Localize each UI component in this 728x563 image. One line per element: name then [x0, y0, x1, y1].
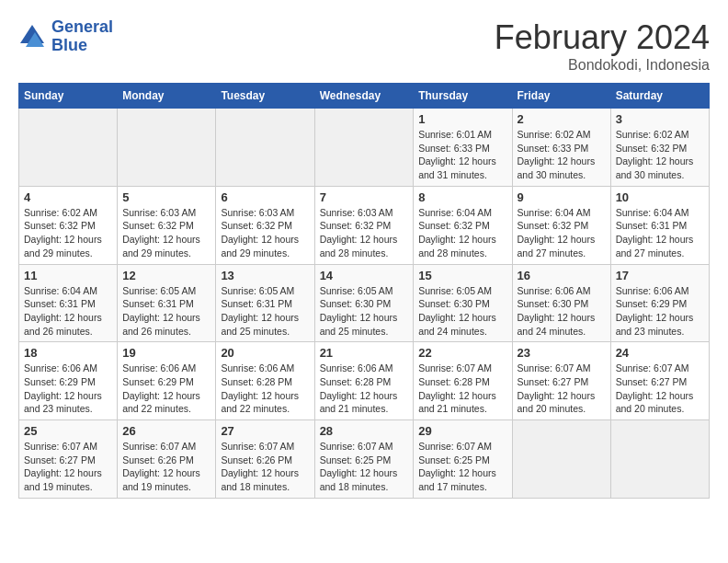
calendar-cell: 14Sunrise: 6:05 AM Sunset: 6:30 PM Dayli…: [314, 264, 414, 342]
day-info: Sunrise: 6:04 AM Sunset: 6:31 PM Dayligh…: [616, 206, 704, 260]
calendar-cell: 21Sunrise: 6:06 AM Sunset: 6:28 PM Dayli…: [314, 342, 414, 420]
calendar-cell: 20Sunrise: 6:06 AM Sunset: 6:28 PM Dayli…: [216, 342, 314, 420]
logo-icon: [18, 23, 46, 51]
calendar-cell: 27Sunrise: 6:07 AM Sunset: 6:26 PM Dayli…: [216, 420, 314, 499]
calendar-week-row: 18Sunrise: 6:06 AM Sunset: 6:29 PM Dayli…: [19, 342, 710, 420]
calendar-cell: 25Sunrise: 6:07 AM Sunset: 6:27 PM Dayli…: [19, 420, 118, 499]
day-info: Sunrise: 6:06 AM Sunset: 6:28 PM Dayligh…: [320, 362, 409, 416]
day-number: 23: [518, 346, 606, 360]
day-number: 14: [320, 269, 409, 282]
day-number: 7: [320, 190, 409, 204]
page-header: General Blue February 2024 Bondokodi, In…: [18, 18, 710, 74]
weekday-header-row: SundayMondayTuesdayWednesdayThursdayFrid…: [19, 84, 710, 109]
day-number: 15: [418, 269, 506, 282]
day-number: 4: [24, 190, 112, 204]
day-info: Sunrise: 6:04 AM Sunset: 6:32 PM Dayligh…: [518, 206, 606, 260]
logo: General Blue: [18, 18, 113, 55]
day-info: Sunrise: 6:07 AM Sunset: 6:25 PM Dayligh…: [320, 440, 409, 494]
calendar-cell: 24Sunrise: 6:07 AM Sunset: 6:27 PM Dayli…: [610, 342, 709, 420]
day-number: 13: [221, 269, 309, 282]
calendar-cell: 19Sunrise: 6:06 AM Sunset: 6:29 PM Dayli…: [118, 342, 216, 420]
day-number: 27: [221, 424, 309, 438]
weekday-header: Monday: [118, 84, 216, 109]
day-info: Sunrise: 6:05 AM Sunset: 6:30 PM Dayligh…: [418, 284, 506, 339]
calendar-week-row: 1Sunrise: 6:01 AM Sunset: 6:33 PM Daylig…: [19, 109, 710, 187]
day-info: Sunrise: 6:05 AM Sunset: 6:30 PM Dayligh…: [320, 284, 409, 339]
calendar-cell: 5Sunrise: 6:03 AM Sunset: 6:32 PM Daylig…: [118, 186, 216, 264]
day-number: 6: [221, 190, 309, 204]
day-info: Sunrise: 6:01 AM Sunset: 6:33 PM Dayligh…: [418, 128, 506, 182]
calendar-cell: 3Sunrise: 6:02 AM Sunset: 6:32 PM Daylig…: [610, 109, 709, 187]
calendar-cell: [19, 109, 118, 187]
weekday-header: Wednesday: [314, 84, 414, 109]
title-block: February 2024 Bondokodi, Indonesia: [495, 18, 710, 74]
day-info: Sunrise: 6:03 AM Sunset: 6:32 PM Dayligh…: [122, 206, 210, 260]
calendar-cell: [118, 109, 216, 187]
day-info: Sunrise: 6:03 AM Sunset: 6:32 PM Dayligh…: [320, 206, 409, 260]
day-info: Sunrise: 6:07 AM Sunset: 6:27 PM Dayligh…: [518, 362, 606, 416]
day-number: 25: [24, 424, 112, 438]
calendar-cell: 1Sunrise: 6:01 AM Sunset: 6:33 PM Daylig…: [414, 109, 512, 187]
calendar-cell: 13Sunrise: 6:05 AM Sunset: 6:31 PM Dayli…: [216, 264, 314, 342]
day-info: Sunrise: 6:07 AM Sunset: 6:27 PM Dayligh…: [24, 440, 112, 494]
calendar-cell: 7Sunrise: 6:03 AM Sunset: 6:32 PM Daylig…: [314, 186, 414, 264]
weekday-header: Tuesday: [216, 84, 314, 109]
day-number: 20: [221, 346, 309, 360]
day-number: 8: [418, 190, 506, 204]
day-info: Sunrise: 6:06 AM Sunset: 6:28 PM Dayligh…: [221, 362, 309, 416]
calendar-cell: 4Sunrise: 6:02 AM Sunset: 6:32 PM Daylig…: [19, 186, 118, 264]
calendar-cell: 10Sunrise: 6:04 AM Sunset: 6:31 PM Dayli…: [610, 186, 709, 264]
day-info: Sunrise: 6:02 AM Sunset: 6:32 PM Dayligh…: [616, 128, 704, 182]
calendar-cell: 11Sunrise: 6:04 AM Sunset: 6:31 PM Dayli…: [19, 264, 118, 342]
calendar-week-row: 11Sunrise: 6:04 AM Sunset: 6:31 PM Dayli…: [19, 264, 710, 342]
day-info: Sunrise: 6:07 AM Sunset: 6:26 PM Dayligh…: [122, 440, 210, 494]
day-info: Sunrise: 6:04 AM Sunset: 6:32 PM Dayligh…: [418, 206, 506, 260]
calendar-cell: 18Sunrise: 6:06 AM Sunset: 6:29 PM Dayli…: [19, 342, 118, 420]
calendar-cell: 29Sunrise: 6:07 AM Sunset: 6:25 PM Dayli…: [414, 420, 512, 499]
day-info: Sunrise: 6:06 AM Sunset: 6:29 PM Dayligh…: [24, 362, 112, 416]
day-number: 12: [122, 269, 210, 282]
day-number: 10: [616, 190, 704, 204]
day-info: Sunrise: 6:02 AM Sunset: 6:32 PM Dayligh…: [24, 206, 112, 260]
calendar-cell: 12Sunrise: 6:05 AM Sunset: 6:31 PM Dayli…: [118, 264, 216, 342]
calendar-cell: 9Sunrise: 6:04 AM Sunset: 6:32 PM Daylig…: [512, 186, 610, 264]
day-number: 11: [24, 269, 112, 282]
weekday-header: Friday: [512, 84, 610, 109]
day-info: Sunrise: 6:07 AM Sunset: 6:27 PM Dayligh…: [616, 362, 704, 416]
logo-text: General Blue: [51, 18, 113, 55]
calendar-cell: 26Sunrise: 6:07 AM Sunset: 6:26 PM Dayli…: [118, 420, 216, 499]
day-number: 18: [24, 346, 112, 360]
day-number: 9: [518, 190, 606, 204]
day-info: Sunrise: 6:07 AM Sunset: 6:28 PM Dayligh…: [418, 362, 506, 416]
day-number: 3: [616, 112, 704, 126]
calendar-cell: [216, 109, 314, 187]
day-number: 5: [122, 190, 210, 204]
day-number: 1: [418, 112, 506, 126]
calendar-cell: 16Sunrise: 6:06 AM Sunset: 6:30 PM Dayli…: [512, 264, 610, 342]
day-number: 22: [418, 346, 506, 360]
calendar-week-row: 4Sunrise: 6:02 AM Sunset: 6:32 PM Daylig…: [19, 186, 710, 264]
calendar-cell: [610, 420, 709, 499]
calendar-cell: 15Sunrise: 6:05 AM Sunset: 6:30 PM Dayli…: [414, 264, 512, 342]
calendar-cell: 23Sunrise: 6:07 AM Sunset: 6:27 PM Dayli…: [512, 342, 610, 420]
day-number: 29: [418, 424, 506, 438]
weekday-header: Sunday: [19, 84, 118, 109]
calendar-table: SundayMondayTuesdayWednesdayThursdayFrid…: [18, 83, 710, 499]
day-info: Sunrise: 6:06 AM Sunset: 6:29 PM Dayligh…: [122, 362, 210, 416]
day-number: 21: [320, 346, 409, 360]
subtitle: Bondokodi, Indonesia: [495, 57, 710, 74]
calendar-cell: 2Sunrise: 6:02 AM Sunset: 6:33 PM Daylig…: [512, 109, 610, 187]
day-info: Sunrise: 6:05 AM Sunset: 6:31 PM Dayligh…: [122, 284, 210, 339]
day-info: Sunrise: 6:05 AM Sunset: 6:31 PM Dayligh…: [221, 284, 309, 339]
day-info: Sunrise: 6:03 AM Sunset: 6:32 PM Dayligh…: [221, 206, 309, 260]
day-info: Sunrise: 6:07 AM Sunset: 6:26 PM Dayligh…: [221, 440, 309, 494]
calendar-cell: 28Sunrise: 6:07 AM Sunset: 6:25 PM Dayli…: [314, 420, 414, 499]
weekday-header: Thursday: [414, 84, 512, 109]
calendar-cell: 17Sunrise: 6:06 AM Sunset: 6:29 PM Dayli…: [610, 264, 709, 342]
day-number: 19: [122, 346, 210, 360]
main-title: February 2024: [495, 18, 710, 57]
day-info: Sunrise: 6:07 AM Sunset: 6:25 PM Dayligh…: [418, 440, 506, 494]
logo-line2: Blue: [51, 37, 113, 55]
calendar-cell: [314, 109, 414, 187]
calendar-week-row: 25Sunrise: 6:07 AM Sunset: 6:27 PM Dayli…: [19, 420, 710, 499]
